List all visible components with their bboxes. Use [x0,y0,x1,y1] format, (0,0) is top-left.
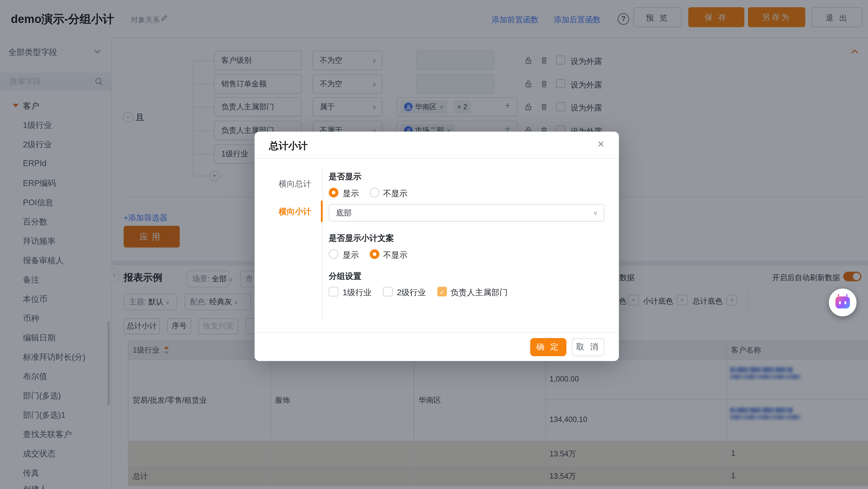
close-icon[interactable]: ✕ [597,139,605,150]
checkbox-industry1-label[interactable]: 1级行业 [343,287,372,298]
position-select[interactable]: 底部 ∨ [329,204,604,222]
checkbox-industry2-label[interactable]: 2级行业 [397,287,426,298]
radio-hide-label[interactable]: 不显示 [383,189,407,199]
cancel-button[interactable]: 取 消 [572,338,604,356]
modal-nav-divider [322,167,323,322]
radio-show-selected[interactable] [329,188,338,197]
radio-caption-hide-selected[interactable] [370,249,379,259]
checkbox-owner-dept-checked[interactable]: ✓ [437,287,447,296]
modal-title: 总计小计 [269,140,308,153]
caption-section-label: 是否显示小计文案 [329,233,394,244]
checkbox-industry1[interactable] [329,287,338,296]
chevron-down-icon: ∨ [593,205,598,221]
active-tab-indicator [321,200,323,222]
modal-header-divider [254,158,619,159]
radio-show-label[interactable]: 显示 [343,189,359,199]
radio-caption-hide-label[interactable]: 不显示 [383,250,407,261]
checkbox-owner-dept-label[interactable]: 负责人主属部门 [451,287,507,298]
radio-caption-show[interactable] [329,249,338,259]
assistant-robot-button[interactable] [829,289,857,316]
totals-subtotals-modal: 总计小计 ✕ 横向总计 横向小计 是否显示 显示 不显示 底部 ∨ 是否显示小计… [254,132,619,361]
robot-icon [835,296,850,309]
confirm-button[interactable]: 确 定 [530,338,566,356]
report-designer-app: demo演示-分组小计 对象关系 添加前置函数 添加后置函数 ? 预 览 保 存… [0,0,868,489]
checkbox-industry2[interactable] [383,287,393,296]
modal-footer-divider [254,332,619,333]
tab-horizontal-total[interactable]: 横向总计 [279,179,311,190]
tab-horizontal-subtotal[interactable]: 横向小计 [279,206,311,217]
radio-caption-show-label[interactable]: 显示 [343,250,359,261]
group-section-label: 分组设置 [329,271,361,282]
radio-hide[interactable] [370,188,379,197]
show-section-label: 是否显示 [329,171,361,182]
